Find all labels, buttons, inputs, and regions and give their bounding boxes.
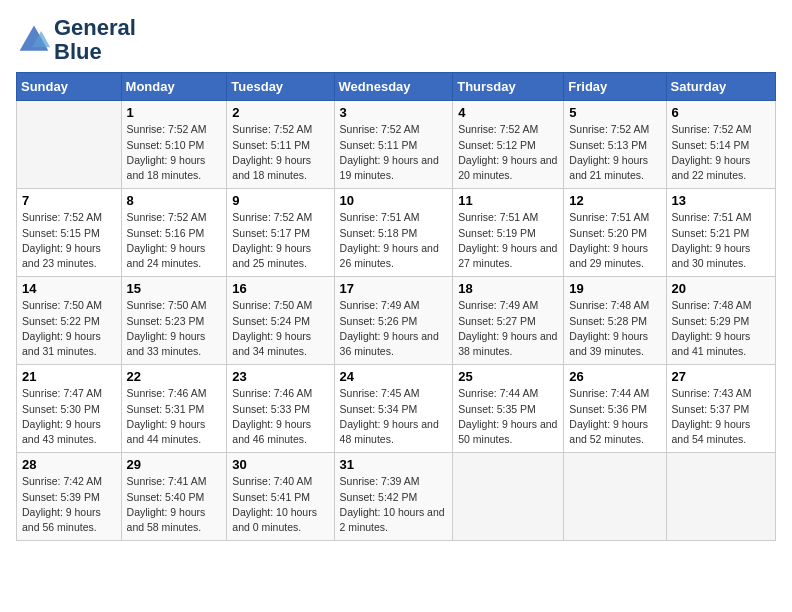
day-number: 3 <box>340 105 448 120</box>
day-info: Sunrise: 7:52 AMSunset: 5:11 PMDaylight:… <box>232 122 328 183</box>
calendar-cell: 21Sunrise: 7:47 AMSunset: 5:30 PMDayligh… <box>17 365 122 453</box>
day-number: 30 <box>232 457 328 472</box>
calendar-cell: 30Sunrise: 7:40 AMSunset: 5:41 PMDayligh… <box>227 453 334 541</box>
day-info: Sunrise: 7:41 AMSunset: 5:40 PMDaylight:… <box>127 474 222 535</box>
calendar-cell: 8Sunrise: 7:52 AMSunset: 5:16 PMDaylight… <box>121 189 227 277</box>
calendar-cell: 22Sunrise: 7:46 AMSunset: 5:31 PMDayligh… <box>121 365 227 453</box>
day-number: 23 <box>232 369 328 384</box>
calendar-cell: 4Sunrise: 7:52 AMSunset: 5:12 PMDaylight… <box>453 101 564 189</box>
calendar-cell: 11Sunrise: 7:51 AMSunset: 5:19 PMDayligh… <box>453 189 564 277</box>
calendar-week-row: 7Sunrise: 7:52 AMSunset: 5:15 PMDaylight… <box>17 189 776 277</box>
weekday-header-tuesday: Tuesday <box>227 73 334 101</box>
day-number: 13 <box>672 193 770 208</box>
day-info: Sunrise: 7:52 AMSunset: 5:15 PMDaylight:… <box>22 210 116 271</box>
calendar-cell: 18Sunrise: 7:49 AMSunset: 5:27 PMDayligh… <box>453 277 564 365</box>
weekday-header-monday: Monday <box>121 73 227 101</box>
day-number: 14 <box>22 281 116 296</box>
day-number: 26 <box>569 369 660 384</box>
logo-text: General Blue <box>54 16 136 64</box>
calendar-cell: 26Sunrise: 7:44 AMSunset: 5:36 PMDayligh… <box>564 365 666 453</box>
day-number: 28 <box>22 457 116 472</box>
calendar-cell: 14Sunrise: 7:50 AMSunset: 5:22 PMDayligh… <box>17 277 122 365</box>
day-info: Sunrise: 7:43 AMSunset: 5:37 PMDaylight:… <box>672 386 770 447</box>
calendar-cell <box>564 453 666 541</box>
calendar-week-row: 14Sunrise: 7:50 AMSunset: 5:22 PMDayligh… <box>17 277 776 365</box>
day-info: Sunrise: 7:52 AMSunset: 5:12 PMDaylight:… <box>458 122 558 183</box>
day-info: Sunrise: 7:44 AMSunset: 5:36 PMDaylight:… <box>569 386 660 447</box>
calendar-cell: 16Sunrise: 7:50 AMSunset: 5:24 PMDayligh… <box>227 277 334 365</box>
calendar-cell: 5Sunrise: 7:52 AMSunset: 5:13 PMDaylight… <box>564 101 666 189</box>
day-info: Sunrise: 7:51 AMSunset: 5:19 PMDaylight:… <box>458 210 558 271</box>
day-number: 19 <box>569 281 660 296</box>
calendar-cell: 12Sunrise: 7:51 AMSunset: 5:20 PMDayligh… <box>564 189 666 277</box>
calendar-cell: 7Sunrise: 7:52 AMSunset: 5:15 PMDaylight… <box>17 189 122 277</box>
calendar-cell: 29Sunrise: 7:41 AMSunset: 5:40 PMDayligh… <box>121 453 227 541</box>
day-number: 31 <box>340 457 448 472</box>
calendar-cell: 2Sunrise: 7:52 AMSunset: 5:11 PMDaylight… <box>227 101 334 189</box>
calendar-cell: 27Sunrise: 7:43 AMSunset: 5:37 PMDayligh… <box>666 365 775 453</box>
day-info: Sunrise: 7:52 AMSunset: 5:14 PMDaylight:… <box>672 122 770 183</box>
day-number: 21 <box>22 369 116 384</box>
day-number: 1 <box>127 105 222 120</box>
calendar-cell <box>666 453 775 541</box>
day-info: Sunrise: 7:50 AMSunset: 5:24 PMDaylight:… <box>232 298 328 359</box>
calendar-cell: 19Sunrise: 7:48 AMSunset: 5:28 PMDayligh… <box>564 277 666 365</box>
day-number: 25 <box>458 369 558 384</box>
day-number: 8 <box>127 193 222 208</box>
day-info: Sunrise: 7:45 AMSunset: 5:34 PMDaylight:… <box>340 386 448 447</box>
day-info: Sunrise: 7:52 AMSunset: 5:16 PMDaylight:… <box>127 210 222 271</box>
weekday-header-sunday: Sunday <box>17 73 122 101</box>
day-number: 16 <box>232 281 328 296</box>
day-number: 2 <box>232 105 328 120</box>
calendar-week-row: 21Sunrise: 7:47 AMSunset: 5:30 PMDayligh… <box>17 365 776 453</box>
calendar-table: SundayMondayTuesdayWednesdayThursdayFrid… <box>16 72 776 541</box>
day-number: 18 <box>458 281 558 296</box>
day-info: Sunrise: 7:42 AMSunset: 5:39 PMDaylight:… <box>22 474 116 535</box>
day-info: Sunrise: 7:50 AMSunset: 5:23 PMDaylight:… <box>127 298 222 359</box>
calendar-cell: 13Sunrise: 7:51 AMSunset: 5:21 PMDayligh… <box>666 189 775 277</box>
calendar-body: 1Sunrise: 7:52 AMSunset: 5:10 PMDaylight… <box>17 101 776 541</box>
day-info: Sunrise: 7:40 AMSunset: 5:41 PMDaylight:… <box>232 474 328 535</box>
day-info: Sunrise: 7:50 AMSunset: 5:22 PMDaylight:… <box>22 298 116 359</box>
day-info: Sunrise: 7:52 AMSunset: 5:13 PMDaylight:… <box>569 122 660 183</box>
logo-icon <box>16 22 52 58</box>
calendar-cell: 31Sunrise: 7:39 AMSunset: 5:42 PMDayligh… <box>334 453 453 541</box>
day-info: Sunrise: 7:52 AMSunset: 5:10 PMDaylight:… <box>127 122 222 183</box>
calendar-cell: 9Sunrise: 7:52 AMSunset: 5:17 PMDaylight… <box>227 189 334 277</box>
day-number: 7 <box>22 193 116 208</box>
calendar-cell: 6Sunrise: 7:52 AMSunset: 5:14 PMDaylight… <box>666 101 775 189</box>
day-number: 29 <box>127 457 222 472</box>
calendar-cell: 3Sunrise: 7:52 AMSunset: 5:11 PMDaylight… <box>334 101 453 189</box>
day-info: Sunrise: 7:46 AMSunset: 5:31 PMDaylight:… <box>127 386 222 447</box>
day-info: Sunrise: 7:48 AMSunset: 5:28 PMDaylight:… <box>569 298 660 359</box>
day-number: 22 <box>127 369 222 384</box>
weekday-header-thursday: Thursday <box>453 73 564 101</box>
day-number: 5 <box>569 105 660 120</box>
day-info: Sunrise: 7:52 AMSunset: 5:11 PMDaylight:… <box>340 122 448 183</box>
day-info: Sunrise: 7:48 AMSunset: 5:29 PMDaylight:… <box>672 298 770 359</box>
day-number: 6 <box>672 105 770 120</box>
calendar-cell: 10Sunrise: 7:51 AMSunset: 5:18 PMDayligh… <box>334 189 453 277</box>
day-info: Sunrise: 7:46 AMSunset: 5:33 PMDaylight:… <box>232 386 328 447</box>
logo: General Blue <box>16 16 136 64</box>
day-info: Sunrise: 7:49 AMSunset: 5:26 PMDaylight:… <box>340 298 448 359</box>
calendar-cell <box>453 453 564 541</box>
day-info: Sunrise: 7:51 AMSunset: 5:20 PMDaylight:… <box>569 210 660 271</box>
day-number: 9 <box>232 193 328 208</box>
day-info: Sunrise: 7:49 AMSunset: 5:27 PMDaylight:… <box>458 298 558 359</box>
day-info: Sunrise: 7:39 AMSunset: 5:42 PMDaylight:… <box>340 474 448 535</box>
day-number: 12 <box>569 193 660 208</box>
calendar-cell: 24Sunrise: 7:45 AMSunset: 5:34 PMDayligh… <box>334 365 453 453</box>
page-header: General Blue <box>16 16 776 64</box>
day-info: Sunrise: 7:47 AMSunset: 5:30 PMDaylight:… <box>22 386 116 447</box>
day-info: Sunrise: 7:51 AMSunset: 5:18 PMDaylight:… <box>340 210 448 271</box>
calendar-cell: 1Sunrise: 7:52 AMSunset: 5:10 PMDaylight… <box>121 101 227 189</box>
weekday-header-wednesday: Wednesday <box>334 73 453 101</box>
day-number: 11 <box>458 193 558 208</box>
day-number: 17 <box>340 281 448 296</box>
calendar-header-row: SundayMondayTuesdayWednesdayThursdayFrid… <box>17 73 776 101</box>
calendar-cell: 15Sunrise: 7:50 AMSunset: 5:23 PMDayligh… <box>121 277 227 365</box>
calendar-cell: 20Sunrise: 7:48 AMSunset: 5:29 PMDayligh… <box>666 277 775 365</box>
day-info: Sunrise: 7:44 AMSunset: 5:35 PMDaylight:… <box>458 386 558 447</box>
calendar-cell: 17Sunrise: 7:49 AMSunset: 5:26 PMDayligh… <box>334 277 453 365</box>
